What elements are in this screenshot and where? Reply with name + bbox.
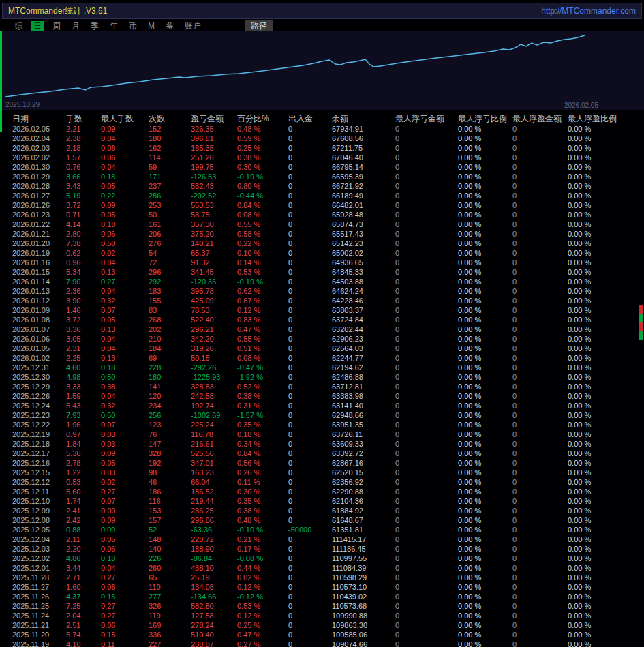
table-row[interactable]: 2025.12.245.430.32234192.740.31 %063141.… [0, 401, 644, 410]
table-row[interactable]: 2025.12.042.110.05148228.720.21 %0111415… [0, 535, 644, 544]
table-row[interactable]: 2026.01.283.430.05237532.430.80 %066721.… [0, 181, 644, 191]
menu-item-3[interactable]: 月 [70, 21, 82, 31]
column-header-8[interactable]: 最大浮亏金额 [395, 113, 458, 124]
table-row[interactable]: 2026.02.052.210.09152326.350.48 %067934.… [0, 124, 644, 134]
table-row[interactable]: 2025.12.092.410.09153236.250.38 %061884.… [0, 506, 644, 515]
column-header-7[interactable]: 余额 [332, 113, 395, 124]
menu-item-8[interactable]: 备 [164, 21, 176, 31]
table-row[interactable]: 2025.11.194.100.11227288.870.27 %0109074… [0, 640, 644, 647]
cell-count: 226 [149, 554, 191, 563]
table-row[interactable]: 2025.11.264.370.15277-134.66-0.12 %01104… [0, 592, 644, 601]
menu-item-9[interactable]: 账户 [183, 21, 203, 31]
table-row[interactable]: 2025.11.205.740.15336510.400.47 %0109585… [0, 630, 644, 640]
table-row[interactable]: 2026.01.132.360.04183395.780.62 %064624.… [0, 286, 644, 296]
website-link[interactable]: http://MTCommander.com [541, 6, 636, 16]
table-row[interactable]: 2025.11.257.250.27326582.800.53 %0110573… [0, 601, 644, 611]
cell-max-float-loss-pct: 0.00 % [458, 410, 512, 420]
cell-max-float-profit: 0 [512, 267, 568, 277]
menu-item-2[interactable]: 周 [50, 21, 63, 31]
cell-pl: 116.78 [191, 430, 237, 439]
table-row[interactable]: 2026.02.042.380.04180396.810.59 %067608.… [0, 134, 644, 143]
table-row[interactable]: 2026.01.123.900.32155425.090.67 %064228.… [0, 296, 644, 305]
table-row[interactable]: 2025.12.181.840.03147216.610.34 %063609.… [0, 439, 644, 449]
column-header-5[interactable]: 百分比% [237, 113, 288, 124]
table-row[interactable]: 2025.12.314.600.18228-292.26-0.47 %06219… [0, 363, 644, 372]
menu-item-1[interactable]: 日 [31, 21, 44, 31]
table-row[interactable]: 2026.02.032.180.06162165.350.25 %067211.… [0, 143, 644, 153]
menu-item-5[interactable]: 年 [108, 21, 120, 31]
table-row[interactable]: 2026.01.073.360.13202296.210.47 %063202.… [0, 325, 644, 334]
column-header-9[interactable]: 最大浮亏比例 [458, 113, 512, 124]
table-row[interactable]: 2026.01.083.720.05268522.400.83 %063724.… [0, 315, 644, 325]
table-row[interactable]: 2026.01.022.250.136950.150.08 %062244.77… [0, 353, 644, 363]
cell-lots: 1.74 [66, 496, 101, 506]
table-row[interactable]: 2025.12.151.220.0398163.230.26 %062520.1… [0, 468, 644, 477]
table-row[interactable]: 2025.12.013.440.04260488.100.44 %0111084… [0, 563, 644, 573]
table-row[interactable]: 2026.01.300.760.0459199.750.30 %066795.1… [0, 162, 644, 172]
cell-cashflow: 0 [288, 325, 332, 334]
table-row[interactable]: 2026.01.147.900.27292-120.36-0.19 %06450… [0, 277, 644, 286]
table-row[interactable]: 2025.11.242.040.27119127.580.12 %0109990… [0, 611, 644, 620]
table-row[interactable]: 2026.01.052.310.04184319.260.51 %062564.… [0, 344, 644, 353]
table-row[interactable]: 2025.12.050.880.0952-63.36-0.10 %-500006… [0, 525, 644, 535]
table-row[interactable]: 2026.02.021.570.06114251.260.38 %067046.… [0, 153, 644, 162]
table-row[interactable]: 2025.12.082.420.09157296.860.48 %061648.… [0, 515, 644, 525]
menu-item-6[interactable]: 币 [127, 21, 139, 31]
table-row[interactable]: 2026.01.063.050.04210342.200.55 %062906.… [0, 334, 644, 344]
cell-count: 234 [149, 401, 191, 410]
cell-balance: 62948.66 [332, 410, 395, 420]
table-row[interactable]: 2026.01.160.960.047291.320.14 %064936.65… [0, 258, 644, 267]
table-row[interactable]: 2025.11.282.710.276525.190.02 %0110598.2… [0, 573, 644, 582]
table-row[interactable]: 2025.12.024.860.18226-86.84-0.08 %011099… [0, 554, 644, 563]
table-row[interactable]: 2025.11.212.510.06169278.240.25 %0109863… [0, 620, 644, 630]
column-header-1[interactable]: 手数 [66, 113, 101, 124]
table-row[interactable]: 2026.01.224.140.18161357.300.55 %065874.… [0, 220, 644, 229]
table-row[interactable]: 2026.01.190.620.025465.370.10 %065002.02… [0, 248, 644, 258]
table-row[interactable]: 2026.01.263.720.09253553.530.84 %066482.… [0, 200, 644, 210]
cell-pct: 0.02 % [237, 573, 288, 582]
cell-count: 336 [149, 630, 191, 640]
cell-pct: 0.21 % [237, 535, 288, 544]
table-row[interactable]: 2025.12.120.530.024666.040.11 %062356.92… [0, 477, 644, 487]
column-header-11[interactable]: 最大浮盈比例 [568, 113, 644, 124]
cell-max-float-loss-pct: 0.00 % [458, 239, 512, 248]
column-header-4[interactable]: 盈亏金额 [191, 113, 237, 124]
menu-item-4[interactable]: 季 [89, 21, 101, 31]
table-row[interactable]: 2026.01.155.340.13296341.450.53 %064845.… [0, 267, 644, 277]
column-header-3[interactable]: 次数 [149, 113, 191, 124]
menu-item-7[interactable]: M [146, 21, 157, 31]
table-row[interactable]: 2026.01.230.710.055053.750.08 %065928.48… [0, 210, 644, 220]
table-row[interactable]: 2026.01.207.380.50276140.210.22 %065142.… [0, 239, 644, 248]
table-row[interactable]: 2026.01.212.800.06206375.200.58 %065517.… [0, 229, 644, 239]
table-row[interactable]: 2025.11.271.600.06110134.080.12 %0110573… [0, 582, 644, 592]
table-row[interactable]: 2025.12.101.740.07116219.440.35 %062104.… [0, 496, 644, 506]
table-row[interactable]: 2025.12.190.970.0376116.780.18 %063726.1… [0, 430, 644, 439]
table-row[interactable]: 2025.12.237.930.50256-1002.69-1.57 %0629… [0, 410, 644, 420]
table-row[interactable]: 2026.01.091.460.078378.530.12 %063803.37… [0, 305, 644, 315]
cell-max-float-profit: 0 [512, 372, 568, 382]
table-row[interactable]: 2025.12.032.200.06140188.900.17 %0111186… [0, 544, 644, 554]
table-row[interactable]: 2025.12.293.330.38141328.830.52 %063712.… [0, 382, 644, 391]
table-row[interactable]: 2025.12.162.780.05192347.010.56 %062867.… [0, 458, 644, 468]
cell-pl: 425.09 [191, 296, 237, 305]
cell-lots: 1.96 [66, 420, 101, 430]
table-row[interactable]: 2025.12.261.590.04120242.580.38 %063383.… [0, 391, 644, 401]
cell-max-float-profit: 0 [512, 258, 568, 267]
cell-balance: 110598.29 [332, 573, 395, 582]
column-header-2[interactable]: 最大手数 [101, 113, 149, 124]
table-row[interactable]: 2025.12.115.600.27186186.520.30 %062290.… [0, 487, 644, 496]
menu-item-0[interactable]: 综 [12, 21, 25, 31]
cell-max-lots: 0.05 [101, 181, 149, 191]
column-header-0[interactable]: 日期 [12, 113, 66, 124]
table-row[interactable]: 2025.12.221.960.07123225.240.35 %063951.… [0, 420, 644, 430]
cell-max-float-loss: 0 [395, 506, 458, 515]
table-row[interactable]: 2025.12.304.980.50180-1225.93-1.92 %0624… [0, 372, 644, 382]
cell-date: 2025.12.23 [12, 410, 66, 420]
table-row[interactable]: 2025.12.175.360.09328525.560.84 %063392.… [0, 449, 644, 458]
cell-balance: 63392.72 [332, 449, 395, 458]
column-header-10[interactable]: 最大浮盈金额 [512, 113, 568, 124]
column-header-6[interactable]: 出入金 [288, 113, 332, 124]
table-row[interactable]: 2026.01.293.660.18171-126.53-0.19 %06659… [0, 172, 644, 181]
cell-pl: 216.61 [191, 439, 237, 449]
table-row[interactable]: 2026.01.275.190.22286-292.52-0.44 %06618… [0, 191, 644, 200]
